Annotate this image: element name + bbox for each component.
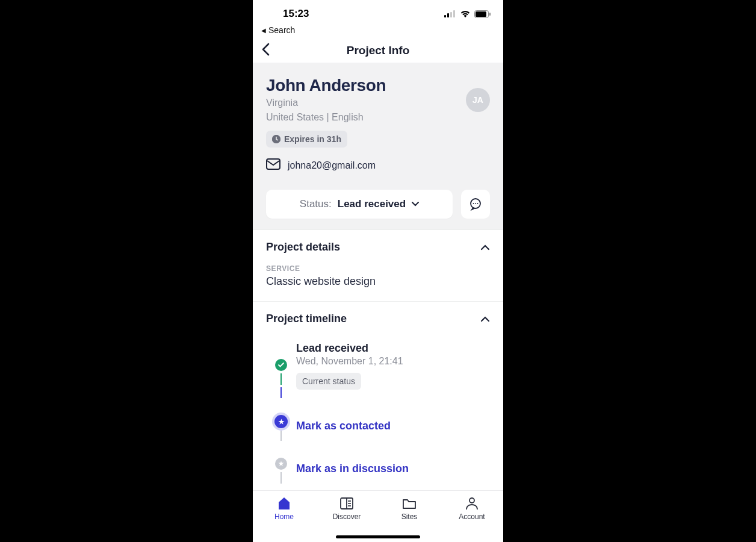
expires-label: Expires in 31h bbox=[284, 134, 341, 144]
timeline-line bbox=[280, 431, 282, 441]
svg-point-11 bbox=[475, 203, 476, 204]
project-timeline-header[interactable]: Project timeline bbox=[253, 302, 503, 331]
service-value: Classic website design bbox=[266, 275, 490, 288]
status-icons bbox=[444, 10, 491, 18]
status-select[interactable]: Status: Lead received bbox=[266, 190, 453, 219]
timeline-title: Lead received bbox=[296, 342, 403, 355]
timeline-line bbox=[280, 373, 282, 385]
nav-header: Project Info bbox=[253, 39, 503, 63]
timeline-item-todo: Mark as in discussion bbox=[266, 441, 490, 484]
breadcrumb-back[interactable]: ◀ Search bbox=[253, 23, 503, 39]
timeline-item-done: Lead received Wed, November 1, 21:41 Cur… bbox=[266, 337, 490, 398]
back-label: Search bbox=[268, 25, 295, 35]
star-bullet-icon bbox=[275, 458, 287, 470]
timeline-subtitle: Wed, November 1, 21:41 bbox=[296, 356, 403, 367]
svg-rect-1 bbox=[447, 13, 449, 17]
tab-bar: Home Discover Sites Account bbox=[253, 490, 503, 542]
status-prefix: Status: bbox=[300, 198, 332, 210]
back-button[interactable] bbox=[261, 43, 270, 58]
tab-label: Discover bbox=[333, 512, 361, 521]
project-timeline-title: Project timeline bbox=[266, 313, 347, 325]
wifi-icon bbox=[460, 10, 471, 17]
contact-header: John Anderson Virginia United States | E… bbox=[253, 63, 503, 229]
svg-rect-8 bbox=[267, 159, 280, 169]
svg-rect-3 bbox=[453, 10, 455, 17]
star-bullet-icon bbox=[274, 415, 288, 428]
chevron-left-icon bbox=[261, 43, 270, 56]
mail-icon bbox=[266, 158, 280, 173]
discover-icon bbox=[339, 497, 354, 510]
svg-rect-2 bbox=[450, 12, 452, 17]
svg-point-18 bbox=[469, 498, 474, 503]
chevron-up-icon bbox=[480, 316, 490, 322]
signal-icon bbox=[444, 10, 456, 17]
avatar[interactable]: JA bbox=[466, 88, 490, 112]
app-screen: 15:23 bbox=[253, 0, 503, 542]
timeline-item-active: Mark as contacted bbox=[266, 398, 490, 441]
chevron-up-icon bbox=[480, 245, 490, 251]
expires-chip: Expires in 31h bbox=[266, 131, 347, 148]
project-details-body: SERVICE Classic website design bbox=[253, 260, 503, 301]
svg-rect-0 bbox=[444, 15, 446, 17]
check-bullet-icon bbox=[275, 359, 287, 371]
contact-locale: United States | English bbox=[266, 111, 490, 124]
home-icon bbox=[277, 497, 291, 510]
back-triangle-icon: ◀ bbox=[261, 27, 266, 34]
status-time: 15:23 bbox=[283, 8, 309, 20]
status-bar: 15:23 bbox=[253, 5, 503, 23]
contact-name: John Anderson bbox=[266, 76, 490, 95]
tab-label: Home bbox=[274, 512, 294, 521]
email-row[interactable]: johna20@gmail.com bbox=[266, 158, 490, 173]
timeline-line bbox=[280, 387, 282, 399]
chevron-down-icon bbox=[412, 202, 419, 207]
home-indicator bbox=[336, 535, 420, 538]
project-details-header[interactable]: Project details bbox=[253, 230, 503, 260]
tab-label: Sites bbox=[401, 512, 418, 521]
mark-discussion-button[interactable]: Mark as in discussion bbox=[296, 463, 409, 475]
project-details-section: Project details SERVICE Classic website … bbox=[253, 229, 503, 301]
chat-icon bbox=[469, 198, 482, 211]
email-value: johna20@gmail.com bbox=[288, 160, 376, 171]
folder-icon bbox=[402, 497, 417, 510]
contact-region: Virginia bbox=[266, 96, 490, 110]
scroll-area[interactable]: John Anderson Virginia United States | E… bbox=[253, 63, 503, 542]
timeline-line bbox=[280, 472, 282, 484]
account-icon bbox=[465, 497, 479, 510]
clock-icon bbox=[272, 135, 280, 143]
chat-button[interactable] bbox=[461, 190, 490, 219]
tab-home[interactable]: Home bbox=[260, 497, 308, 542]
battery-icon bbox=[474, 10, 491, 18]
svg-rect-6 bbox=[489, 13, 491, 16]
project-details-title: Project details bbox=[266, 241, 340, 254]
status-value: Lead received bbox=[338, 198, 406, 210]
svg-rect-5 bbox=[476, 11, 486, 17]
svg-point-12 bbox=[477, 203, 479, 204]
page-title: Project Info bbox=[347, 44, 410, 57]
service-label: SERVICE bbox=[266, 264, 490, 273]
svg-point-10 bbox=[473, 203, 474, 204]
tab-label: Account bbox=[459, 512, 485, 521]
tab-account[interactable]: Account bbox=[448, 497, 496, 542]
current-status-badge: Current status bbox=[296, 373, 361, 390]
mark-contacted-button[interactable]: Mark as contacted bbox=[296, 420, 391, 432]
